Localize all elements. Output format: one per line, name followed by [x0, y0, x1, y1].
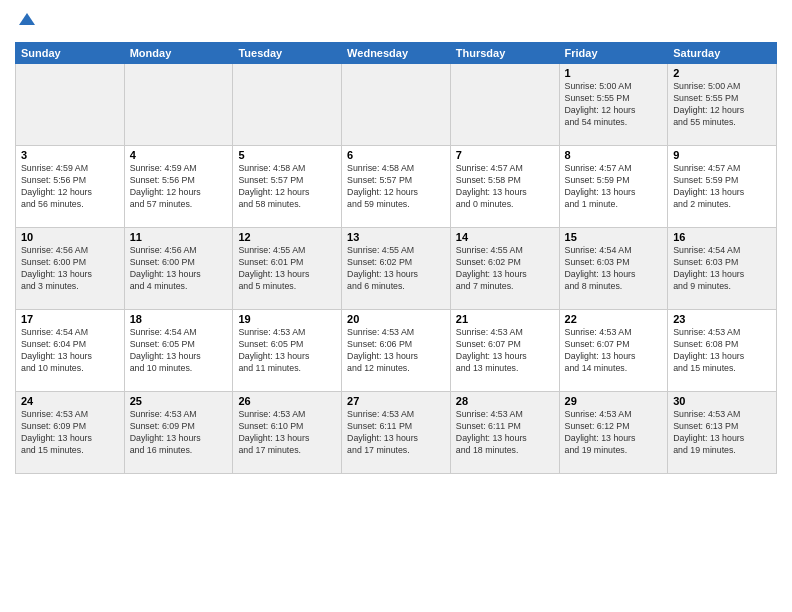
day-info: Sunrise: 4:53 AMSunset: 6:12 PMDaylight:…	[565, 409, 663, 457]
day-info: Sunrise: 4:53 AMSunset: 6:11 PMDaylight:…	[456, 409, 554, 457]
weekday-saturday: Saturday	[668, 43, 777, 64]
calendar-cell: 4Sunrise: 4:59 AMSunset: 5:56 PMDaylight…	[124, 146, 233, 228]
calendar-cell: 26Sunrise: 4:53 AMSunset: 6:10 PMDayligh…	[233, 392, 342, 474]
day-number: 27	[347, 395, 445, 407]
calendar-cell: 20Sunrise: 4:53 AMSunset: 6:06 PMDayligh…	[342, 310, 451, 392]
logo-icon	[17, 10, 37, 30]
svg-marker-0	[19, 13, 35, 25]
calendar-cell: 8Sunrise: 4:57 AMSunset: 5:59 PMDaylight…	[559, 146, 668, 228]
calendar-cell: 30Sunrise: 4:53 AMSunset: 6:13 PMDayligh…	[668, 392, 777, 474]
calendar-cell: 17Sunrise: 4:54 AMSunset: 6:04 PMDayligh…	[16, 310, 125, 392]
day-number: 1	[565, 67, 663, 79]
day-info: Sunrise: 4:54 AMSunset: 6:05 PMDaylight:…	[130, 327, 228, 375]
day-number: 5	[238, 149, 336, 161]
day-number: 13	[347, 231, 445, 243]
calendar-cell: 9Sunrise: 4:57 AMSunset: 5:59 PMDaylight…	[668, 146, 777, 228]
week-row-0: 1Sunrise: 5:00 AMSunset: 5:55 PMDaylight…	[16, 64, 777, 146]
day-number: 30	[673, 395, 771, 407]
calendar-cell: 29Sunrise: 4:53 AMSunset: 6:12 PMDayligh…	[559, 392, 668, 474]
day-number: 18	[130, 313, 228, 325]
calendar-cell: 7Sunrise: 4:57 AMSunset: 5:58 PMDaylight…	[450, 146, 559, 228]
day-info: Sunrise: 4:53 AMSunset: 6:06 PMDaylight:…	[347, 327, 445, 375]
day-info: Sunrise: 4:53 AMSunset: 6:07 PMDaylight:…	[565, 327, 663, 375]
calendar-cell	[16, 64, 125, 146]
calendar-table: SundayMondayTuesdayWednesdayThursdayFrid…	[15, 42, 777, 474]
day-number: 10	[21, 231, 119, 243]
day-number: 25	[130, 395, 228, 407]
calendar-cell: 28Sunrise: 4:53 AMSunset: 6:11 PMDayligh…	[450, 392, 559, 474]
day-info: Sunrise: 4:53 AMSunset: 6:11 PMDaylight:…	[347, 409, 445, 457]
calendar-cell: 2Sunrise: 5:00 AMSunset: 5:55 PMDaylight…	[668, 64, 777, 146]
week-row-4: 24Sunrise: 4:53 AMSunset: 6:09 PMDayligh…	[16, 392, 777, 474]
logo	[15, 10, 37, 34]
calendar-cell: 11Sunrise: 4:56 AMSunset: 6:00 PMDayligh…	[124, 228, 233, 310]
day-number: 3	[21, 149, 119, 161]
day-info: Sunrise: 4:53 AMSunset: 6:10 PMDaylight:…	[238, 409, 336, 457]
weekday-monday: Monday	[124, 43, 233, 64]
weekday-wednesday: Wednesday	[342, 43, 451, 64]
day-info: Sunrise: 4:56 AMSunset: 6:00 PMDaylight:…	[21, 245, 119, 293]
weekday-sunday: Sunday	[16, 43, 125, 64]
calendar-cell: 27Sunrise: 4:53 AMSunset: 6:11 PMDayligh…	[342, 392, 451, 474]
week-row-2: 10Sunrise: 4:56 AMSunset: 6:00 PMDayligh…	[16, 228, 777, 310]
day-number: 2	[673, 67, 771, 79]
day-info: Sunrise: 4:59 AMSunset: 5:56 PMDaylight:…	[21, 163, 119, 211]
calendar-cell: 5Sunrise: 4:58 AMSunset: 5:57 PMDaylight…	[233, 146, 342, 228]
weekday-tuesday: Tuesday	[233, 43, 342, 64]
calendar-cell: 18Sunrise: 4:54 AMSunset: 6:05 PMDayligh…	[124, 310, 233, 392]
day-info: Sunrise: 4:55 AMSunset: 6:02 PMDaylight:…	[347, 245, 445, 293]
week-row-3: 17Sunrise: 4:54 AMSunset: 6:04 PMDayligh…	[16, 310, 777, 392]
calendar-cell: 19Sunrise: 4:53 AMSunset: 6:05 PMDayligh…	[233, 310, 342, 392]
day-info: Sunrise: 4:58 AMSunset: 5:57 PMDaylight:…	[347, 163, 445, 211]
day-info: Sunrise: 4:56 AMSunset: 6:00 PMDaylight:…	[130, 245, 228, 293]
day-number: 14	[456, 231, 554, 243]
day-number: 23	[673, 313, 771, 325]
day-number: 24	[21, 395, 119, 407]
day-info: Sunrise: 4:57 AMSunset: 5:59 PMDaylight:…	[565, 163, 663, 211]
calendar-cell: 23Sunrise: 4:53 AMSunset: 6:08 PMDayligh…	[668, 310, 777, 392]
weekday-friday: Friday	[559, 43, 668, 64]
day-number: 16	[673, 231, 771, 243]
calendar-cell: 14Sunrise: 4:55 AMSunset: 6:02 PMDayligh…	[450, 228, 559, 310]
calendar-cell: 15Sunrise: 4:54 AMSunset: 6:03 PMDayligh…	[559, 228, 668, 310]
day-number: 19	[238, 313, 336, 325]
day-info: Sunrise: 5:00 AMSunset: 5:55 PMDaylight:…	[565, 81, 663, 129]
day-info: Sunrise: 4:53 AMSunset: 6:07 PMDaylight:…	[456, 327, 554, 375]
calendar-cell	[450, 64, 559, 146]
calendar-cell	[124, 64, 233, 146]
header	[15, 10, 777, 34]
calendar-cell: 6Sunrise: 4:58 AMSunset: 5:57 PMDaylight…	[342, 146, 451, 228]
day-number: 22	[565, 313, 663, 325]
day-info: Sunrise: 4:54 AMSunset: 6:04 PMDaylight:…	[21, 327, 119, 375]
week-row-1: 3Sunrise: 4:59 AMSunset: 5:56 PMDaylight…	[16, 146, 777, 228]
calendar-cell: 22Sunrise: 4:53 AMSunset: 6:07 PMDayligh…	[559, 310, 668, 392]
calendar-cell: 16Sunrise: 4:54 AMSunset: 6:03 PMDayligh…	[668, 228, 777, 310]
calendar-cell: 3Sunrise: 4:59 AMSunset: 5:56 PMDaylight…	[16, 146, 125, 228]
day-number: 11	[130, 231, 228, 243]
day-info: Sunrise: 4:57 AMSunset: 5:59 PMDaylight:…	[673, 163, 771, 211]
day-number: 12	[238, 231, 336, 243]
day-info: Sunrise: 4:54 AMSunset: 6:03 PMDaylight:…	[673, 245, 771, 293]
day-number: 7	[456, 149, 554, 161]
day-number: 9	[673, 149, 771, 161]
day-info: Sunrise: 4:53 AMSunset: 6:09 PMDaylight:…	[21, 409, 119, 457]
calendar-cell: 24Sunrise: 4:53 AMSunset: 6:09 PMDayligh…	[16, 392, 125, 474]
day-info: Sunrise: 4:57 AMSunset: 5:58 PMDaylight:…	[456, 163, 554, 211]
day-number: 21	[456, 313, 554, 325]
day-info: Sunrise: 4:55 AMSunset: 6:02 PMDaylight:…	[456, 245, 554, 293]
day-info: Sunrise: 4:53 AMSunset: 6:13 PMDaylight:…	[673, 409, 771, 457]
page: SundayMondayTuesdayWednesdayThursdayFrid…	[0, 0, 792, 612]
logo-text	[15, 10, 37, 34]
weekday-thursday: Thursday	[450, 43, 559, 64]
day-number: 20	[347, 313, 445, 325]
day-number: 8	[565, 149, 663, 161]
day-info: Sunrise: 5:00 AMSunset: 5:55 PMDaylight:…	[673, 81, 771, 129]
day-number: 17	[21, 313, 119, 325]
day-number: 15	[565, 231, 663, 243]
day-info: Sunrise: 4:53 AMSunset: 6:05 PMDaylight:…	[238, 327, 336, 375]
calendar-cell: 12Sunrise: 4:55 AMSunset: 6:01 PMDayligh…	[233, 228, 342, 310]
day-info: Sunrise: 4:58 AMSunset: 5:57 PMDaylight:…	[238, 163, 336, 211]
day-info: Sunrise: 4:53 AMSunset: 6:08 PMDaylight:…	[673, 327, 771, 375]
day-number: 6	[347, 149, 445, 161]
calendar-cell	[342, 64, 451, 146]
